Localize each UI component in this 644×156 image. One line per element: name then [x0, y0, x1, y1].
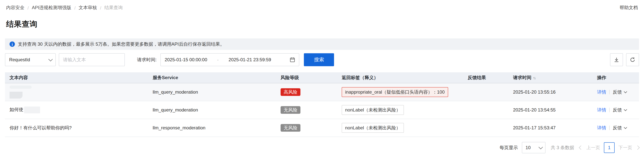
- cell-feedback-result: [463, 119, 508, 137]
- redacted-text-block: [10, 86, 32, 89]
- detail-link[interactable]: 详情: [597, 125, 606, 131]
- cell-return-label: nonLabel（未检测出风险）: [337, 119, 463, 137]
- page-size-value: 10: [526, 145, 530, 150]
- cell-text-content: 如何使: [5, 101, 148, 119]
- refresh-button[interactable]: [626, 53, 639, 66]
- search-text-input[interactable]: [59, 53, 125, 66]
- request-time-header-label: 请求时间: [513, 75, 532, 80]
- table-header-row: 文本内容 服务Service 风险等级 返回标签（释义） 反馈结果 请求时间↑↓…: [5, 72, 639, 83]
- breadcrumb-separator: /: [74, 5, 76, 10]
- date-range-picker[interactable]: 2025-01-15 00:00:00 - 2025-01-21 23:59:5…: [160, 53, 300, 66]
- action-divider: [609, 108, 610, 112]
- help-doc-link[interactable]: 帮助文档: [620, 4, 638, 11]
- col-feedback-result: 反馈结果: [463, 72, 508, 83]
- cell-text-content: [5, 83, 148, 101]
- chevron-down-icon: [624, 90, 627, 93]
- cell-return-label: inappropriate_oral（疑似低俗口头语内容）：100: [337, 83, 463, 101]
- page-size-select[interactable]: 10: [522, 142, 545, 153]
- sort-icon[interactable]: ↑↓: [533, 76, 535, 80]
- cell-risk-level: 高风险: [276, 83, 337, 101]
- cell-request-time: 2025-01-17 15:53:47: [508, 119, 592, 137]
- feedback-dropdown[interactable]: 反馈: [613, 89, 626, 95]
- breadcrumb-api-detection[interactable]: API违规检测增强版: [32, 4, 72, 11]
- risk-badge-none: 无风险: [280, 106, 300, 114]
- chevron-right-icon[interactable]: [636, 146, 640, 150]
- cell-return-label: nonLabel（未检测出风险）: [337, 101, 463, 119]
- info-icon: i: [10, 41, 15, 47]
- col-text-content: 文本内容: [5, 72, 148, 83]
- notice-banner: i 支持查询 30 天以内的数据，最多展示 5万条。如果您需要更多数据，请调用A…: [5, 38, 639, 50]
- col-return-label: 返回标签（释义）: [337, 72, 463, 83]
- risk-badge-high: 高风险: [280, 88, 300, 96]
- feedback-label: 反馈: [613, 107, 622, 113]
- risk-badge-none: 无风险: [280, 124, 300, 132]
- cell-risk-level: 无风险: [276, 101, 337, 119]
- feedback-label: 反馈: [613, 125, 622, 131]
- table-row: 如何使 llm_query_moderation 无风险 nonLabel（未检…: [5, 101, 639, 119]
- date-start: 2025-01-15 00:00:00: [165, 57, 207, 62]
- breadcrumb-text-moderation[interactable]: 文本审核: [79, 4, 97, 11]
- breadcrumb-separator: /: [28, 5, 29, 10]
- table-tools: [610, 53, 639, 66]
- cell-text-content: 你好！有什么可以帮助你的吗?: [5, 119, 148, 137]
- calendar-icon: [290, 57, 295, 62]
- return-label-tag: nonLabel（未检测出风险）: [342, 105, 404, 115]
- pagination: 每页显示 10 共 3 条数据 上一页 1 下一页: [5, 142, 639, 153]
- date-range-separator: -: [217, 57, 219, 62]
- cell-actions: 详情 反馈: [592, 119, 639, 137]
- chevron-left-icon[interactable]: [579, 146, 583, 150]
- breadcrumb-result-query: 结果查询: [104, 4, 123, 11]
- cell-service: llm_response_moderation: [148, 119, 276, 137]
- cell-actions: 详情 反馈: [592, 83, 639, 101]
- cell-service: llm_query_moderation: [148, 83, 276, 101]
- redacted-text-block: [24, 107, 40, 113]
- download-button[interactable]: [610, 53, 623, 66]
- date-end: 2025-01-21 23:59:59: [229, 57, 271, 62]
- breadcrumb-content-safety[interactable]: 内容安全: [6, 4, 24, 11]
- row-text: 如何使: [10, 107, 23, 112]
- action-divider: [609, 90, 610, 94]
- prev-page-button[interactable]: 上一页: [586, 144, 600, 151]
- page-size-label: 每页显示: [500, 144, 518, 151]
- detail-link[interactable]: 详情: [597, 89, 606, 95]
- top-bar: 内容安全 / API违规检测增强版 / 文本审核 / 结果查询 帮助文档: [0, 0, 644, 11]
- results-table: 文本内容 服务Service 风险等级 返回标签（释义） 反馈结果 请求时间↑↓…: [5, 72, 639, 137]
- cell-feedback-result: [463, 83, 508, 101]
- breadcrumb-separator: /: [100, 5, 101, 10]
- download-icon: [614, 57, 619, 62]
- return-label-tag: nonLabel（未检测出风险）: [342, 123, 404, 133]
- cell-risk-level: 无风险: [276, 119, 337, 137]
- return-label-tag: inappropriate_oral（疑似低俗口头语内容）：100: [342, 87, 448, 97]
- chevron-down-icon: [48, 57, 53, 62]
- col-request-time: 请求时间↑↓: [508, 72, 592, 83]
- cell-request-time: 2025-01-20 13:55:16: [508, 83, 592, 101]
- chevron-down-icon: [538, 145, 543, 149]
- table-row: 你好！有什么可以帮助你的吗? llm_response_moderation 无…: [5, 119, 639, 137]
- chevron-down-icon: [624, 108, 627, 111]
- cell-service: llm_query_moderation: [148, 101, 276, 119]
- feedback-dropdown[interactable]: 反馈: [613, 107, 626, 113]
- detail-link[interactable]: 详情: [597, 107, 606, 113]
- request-time-label: 请求时间:: [137, 57, 157, 63]
- feedback-dropdown[interactable]: 反馈: [613, 125, 626, 131]
- search-button[interactable]: 搜索: [304, 53, 334, 66]
- search-field-select[interactable]: RequestId: [5, 53, 56, 66]
- notice-text: 支持查询 30 天以内的数据，最多展示 5万条。如果您需要更多数据，请调用API…: [18, 41, 225, 47]
- col-actions: 操作: [592, 72, 639, 83]
- page-title: 结果查询: [6, 19, 644, 29]
- cell-actions: 详情 反馈: [592, 101, 639, 119]
- cell-feedback-result: [463, 101, 508, 119]
- chevron-down-icon: [624, 126, 627, 129]
- col-service: 服务Service: [148, 72, 276, 83]
- current-page-button[interactable]: 1: [604, 142, 614, 153]
- search-field-value: RequestId: [9, 57, 30, 62]
- results-query-page: 内容安全 / API违规检测增强版 / 文本审核 / 结果查询 帮助文档 结果查…: [0, 0, 644, 156]
- next-page-button[interactable]: 下一页: [618, 144, 632, 151]
- refresh-icon: [630, 57, 635, 62]
- feedback-label: 反馈: [613, 89, 622, 95]
- filter-bar: RequestId 请求时间: 2025-01-15 00:00:00 - 20…: [5, 53, 639, 66]
- total-count: 共 3 条数据: [551, 144, 574, 151]
- action-divider: [609, 126, 610, 130]
- cell-request-time: 2025-01-20 13:54:55: [508, 101, 592, 119]
- redacted-text-block: [10, 92, 22, 98]
